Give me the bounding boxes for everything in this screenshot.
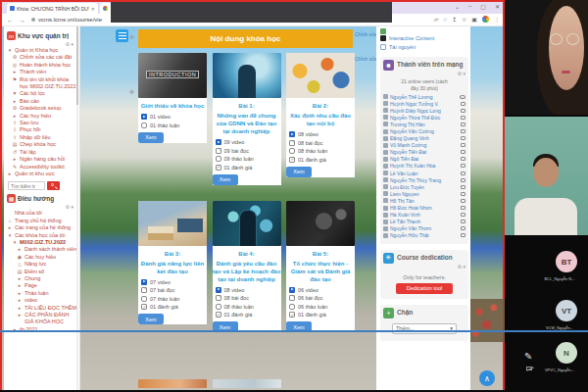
chat-icon[interactable] <box>461 102 466 106</box>
user-name-link[interactable]: Vũ Mạnh Cường <box>390 142 459 148</box>
participant-avatar-tile[interactable]: NVPVC_Nguyễn... <box>505 342 588 387</box>
chat-icon[interactable] <box>461 213 466 217</box>
user-name-link[interactable]: Huỳnh Ngọc Tưởng V. <box>390 101 459 107</box>
move-handle-icon[interactable]: ✥ <box>129 33 134 40</box>
course-card-image[interactable] <box>213 201 281 246</box>
admin-tree-item[interactable]: ▸Thành viên <box>7 69 77 75</box>
user-name-link[interactable]: Lê Tấn Thanh <box>390 219 459 224</box>
nav-tree-item[interactable]: ⌂Trang chủ hệ thống <box>7 218 77 224</box>
course-card-image[interactable]: INTRODUCTION <box>138 53 207 98</box>
nav-tree-item[interactable]: ▸Page <box>7 282 77 289</box>
chat-icon[interactable] <box>461 122 466 126</box>
user-name-link[interactable]: Lê Văn Luận <box>390 171 459 176</box>
user-name-link[interactable]: Nguyễn Hữu Thật <box>390 232 459 238</box>
chat-icon[interactable] <box>461 164 466 168</box>
view-button[interactable]: Xem <box>286 167 312 177</box>
nav-tree-item[interactable]: ▾Các khóa học của tôi <box>7 232 77 239</box>
chat-icon[interactable] <box>461 206 466 210</box>
admin-tree-item[interactable]: ⇧Nhập dữ liệu <box>7 134 77 141</box>
nav-tree-item[interactable]: ▸CÁC PHẦN ĐÁNH GIÁ KHÓA HỌC <box>7 312 77 326</box>
course-card-title[interactable]: Bài 3: <box>138 250 207 258</box>
nav-tree-item[interactable]: ▸Danh sách thành viên <box>7 246 77 253</box>
dedication-tool-button[interactable]: Dedication tool <box>396 283 453 294</box>
activity-item[interactable]: Interactive Content <box>380 34 468 43</box>
user-name-link[interactable]: Liem Nguyen <box>390 191 459 197</box>
course-card-image[interactable] <box>286 201 355 246</box>
hamburger-menu-button[interactable] <box>116 29 128 42</box>
user-name-link[interactable]: Ngô Tiến Đạt <box>390 156 459 162</box>
chat-icon[interactable] <box>461 129 466 133</box>
course-card-subtitle[interactable]: Đánh giá năng lực liên kết đào tạo <box>138 260 207 275</box>
chat-icon[interactable] <box>461 136 466 140</box>
nav-tree-item[interactable]: ▸video <box>7 297 77 304</box>
chat-icon[interactable] <box>461 233 466 237</box>
close-icon[interactable]: ✕ <box>495 3 500 10</box>
course-card-subtitle[interactable]: Những vấn đề chung của GDNN và Đào tạo t… <box>213 112 281 135</box>
chat-icon[interactable] <box>461 172 466 175</box>
course-card-title[interactable]: Bài 5: <box>286 250 355 258</box>
course-card-title[interactable]: Bài 1: <box>213 102 281 110</box>
user-name-link[interactable]: Hồ Đức Hoài Nhơn <box>390 205 459 211</box>
online-users-gear-row[interactable]: ⚙ ▾ <box>383 71 466 77</box>
chat-icon[interactable] <box>461 220 466 223</box>
participant-video-man[interactable] <box>505 117 588 235</box>
move-handle-icon[interactable]: ✥ <box>129 88 134 95</box>
share-icon[interactable]: ↥ <box>452 16 457 23</box>
user-name-link[interactable]: Nguyễn Thừa Thế Đức <box>390 115 459 121</box>
course-card-subtitle[interactable]: Xác định nhu cầu đào tạo nội bộ <box>286 112 355 127</box>
search-icon[interactable]: ○ <box>443 17 447 23</box>
tab-close-icon[interactable]: ✕ <box>91 6 95 12</box>
user-name-link[interactable]: Trương Thị Hân <box>390 122 459 127</box>
bookmark-star-icon[interactable]: ☆ <box>462 16 466 23</box>
add-block-dropdown[interactable]: Thêm... ▾ <box>392 323 457 334</box>
admin-tree-item[interactable]: ▸Các huy hiệu <box>7 113 77 120</box>
search-button[interactable] <box>47 181 60 190</box>
course-card-image[interactable] <box>138 201 207 246</box>
activity-item[interactable]: Tài nguyên <box>380 43 468 52</box>
user-name-link[interactable]: Huỳnh Thị Xuân Hòa <box>390 163 459 169</box>
admin-tree-item[interactable]: ↺Tái lập <box>7 149 77 156</box>
admin-tree-item[interactable]: ⇩Phục hồi <box>7 126 77 133</box>
nav-tree-item[interactable]: ▸TÀI LIỆU ĐỌC THÊM <box>7 305 77 312</box>
drawer-scrollbar[interactable] <box>76 26 78 390</box>
admin-tree-item[interactable]: ▸Ngân hàng câu hỏi <box>7 156 77 163</box>
profile-avatar[interactable] <box>482 16 489 23</box>
admin-tree-item[interactable]: ▼Các bộ lọc <box>7 90 77 97</box>
nav-tree-item[interactable]: ▸Các trang của hệ thống <box>7 224 77 231</box>
user-name-link[interactable]: Nguyễn Tiến Đạt <box>390 149 459 155</box>
nav-tree-item[interactable]: Nhà của tôi <box>7 210 77 217</box>
chat-icon[interactable] <box>461 192 466 196</box>
participant-video-woman[interactable] <box>505 0 588 115</box>
user-name-link[interactable]: Nguyễn Văn Cường <box>390 128 459 134</box>
maximize-icon[interactable]: ▢ <box>480 3 486 10</box>
course-card-title[interactable]: Bài 2: <box>286 102 355 110</box>
view-button[interactable]: Xem <box>213 174 238 185</box>
course-card-image[interactable] <box>213 53 281 98</box>
side-panel-icon[interactable]: ▣ <box>471 16 477 23</box>
view-button[interactable]: Xem <box>138 314 164 324</box>
chat-icon[interactable] <box>461 116 466 120</box>
admin-tree-item[interactable]: ⚙Chỉnh sửa các cài đặt <box>7 54 77 61</box>
annotate-pencil-icon[interactable]: ✎ <box>524 351 532 362</box>
nav-tree-item[interactable]: ◉Các huy hiệu <box>7 254 77 261</box>
view-button[interactable]: Xem <box>138 132 164 143</box>
nav-tree-item[interactable]: ▤Điểm số <box>7 269 77 275</box>
chat-icon[interactable] <box>461 199 466 203</box>
user-name-link[interactable]: Đặng Quang Vinh <box>390 135 459 141</box>
copy-icon[interactable]: ▱ <box>434 16 439 23</box>
chat-icon[interactable] <box>461 150 466 154</box>
chat-icon[interactable] <box>461 185 466 189</box>
nav-tree-item[interactable]: △Năng lực <box>7 261 77 268</box>
dedication-gear-row[interactable]: ⚙ ▾ <box>383 264 466 270</box>
admin-tree-item[interactable]: ✎Accessibility toolkit <box>7 164 77 171</box>
admin-tree-item[interactable]: ⚑Rút tên tôi khỏi khóa học M002.GIZ.TU.2… <box>7 76 77 91</box>
user-name-link[interactable]: Hà Xuân Vinh <box>390 212 459 218</box>
user-name-link[interactable]: Nguyễn Thị Thúy Trang <box>390 177 459 183</box>
nav-tree-item[interactable]: ▾M002.GIZ.TU.2022 <box>7 239 77 246</box>
participant-avatar-tile[interactable]: VTVCM_Nguyễn... <box>505 300 588 345</box>
admin-tree-item[interactable]: ▸Quản trị khu vực <box>7 171 77 177</box>
user-name-link[interactable]: Hồ Thị Tân <box>390 198 459 204</box>
participant-avatar-tile[interactable]: BTBCL_Nguyễn N... <box>505 251 588 296</box>
admin-tree-item[interactable]: ⚙Gradebook setup <box>7 105 77 112</box>
course-card-subtitle[interactable]: Tổ chức thực hiện - Giám sát và Đánh giá… <box>286 260 355 283</box>
